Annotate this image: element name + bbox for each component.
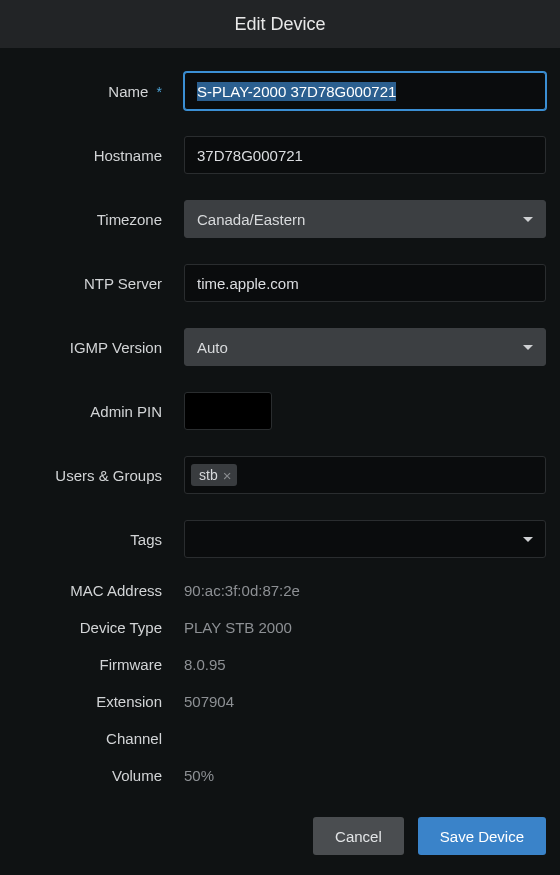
value-extension: 507904: [172, 693, 546, 710]
value-device-type: PLAY STB 2000: [172, 619, 546, 636]
admin-pin-input[interactable]: [184, 392, 272, 430]
label-timezone: Timezone: [14, 211, 172, 228]
save-device-button[interactable]: Save Device: [418, 817, 546, 855]
required-indicator: *: [157, 84, 162, 100]
dialog-title: Edit Device: [234, 14, 325, 35]
chevron-down-icon: [523, 345, 533, 350]
row-volume: Volume 50%: [14, 763, 546, 787]
name-input[interactable]: S-PLAY-2000 37D78G000721: [184, 72, 546, 110]
igmp-version-select[interactable]: Auto: [184, 328, 546, 366]
row-extension: Extension 507904: [14, 689, 546, 713]
users-groups-input[interactable]: stb ×: [184, 456, 546, 494]
row-admin-pin: Admin PIN: [14, 392, 546, 430]
ntp-server-input[interactable]: [184, 264, 546, 302]
row-channel: Channel: [14, 726, 546, 750]
row-timezone: Timezone Canada/Eastern: [14, 200, 546, 238]
row-tags: Tags: [14, 520, 546, 558]
row-mac-address: MAC Address 90:ac:3f:0d:87:2e: [14, 578, 546, 602]
label-name: Name *: [14, 83, 172, 100]
timezone-select[interactable]: Canada/Eastern: [184, 200, 546, 238]
row-name: Name * S-PLAY-2000 37D78G000721: [14, 72, 546, 110]
label-hostname: Hostname: [14, 147, 172, 164]
form-content: Name * S-PLAY-2000 37D78G000721 Hostname…: [0, 48, 560, 787]
label-mac-address: MAC Address: [14, 582, 172, 599]
value-mac-address: 90:ac:3f:0d:87:2e: [172, 582, 546, 599]
row-users-groups: Users & Groups stb ×: [14, 456, 546, 494]
row-igmp-version: IGMP Version Auto: [14, 328, 546, 366]
tag-chip: stb ×: [191, 464, 237, 486]
value-volume: 50%: [172, 767, 546, 784]
row-device-type: Device Type PLAY STB 2000: [14, 615, 546, 639]
close-icon[interactable]: ×: [223, 468, 232, 483]
dialog-header: Edit Device: [0, 0, 560, 48]
tags-select[interactable]: [184, 520, 546, 558]
label-tags: Tags: [14, 531, 172, 548]
value-firmware: 8.0.95: [172, 656, 546, 673]
row-firmware: Firmware 8.0.95: [14, 652, 546, 676]
label-extension: Extension: [14, 693, 172, 710]
info-section: MAC Address 90:ac:3f:0d:87:2e Device Typ…: [14, 578, 546, 787]
label-channel: Channel: [14, 730, 172, 747]
label-device-type: Device Type: [14, 619, 172, 636]
label-igmp-version: IGMP Version: [14, 339, 172, 356]
chevron-down-icon: [523, 217, 533, 222]
dialog-footer: Cancel Save Device: [0, 817, 560, 855]
row-ntp-server: NTP Server: [14, 264, 546, 302]
cancel-button[interactable]: Cancel: [313, 817, 404, 855]
label-firmware: Firmware: [14, 656, 172, 673]
hostname-input[interactable]: [184, 136, 546, 174]
row-hostname: Hostname: [14, 136, 546, 174]
chevron-down-icon: [523, 537, 533, 542]
label-admin-pin: Admin PIN: [14, 403, 172, 420]
label-users-groups: Users & Groups: [14, 467, 172, 484]
label-volume: Volume: [14, 767, 172, 784]
label-ntp-server: NTP Server: [14, 275, 172, 292]
